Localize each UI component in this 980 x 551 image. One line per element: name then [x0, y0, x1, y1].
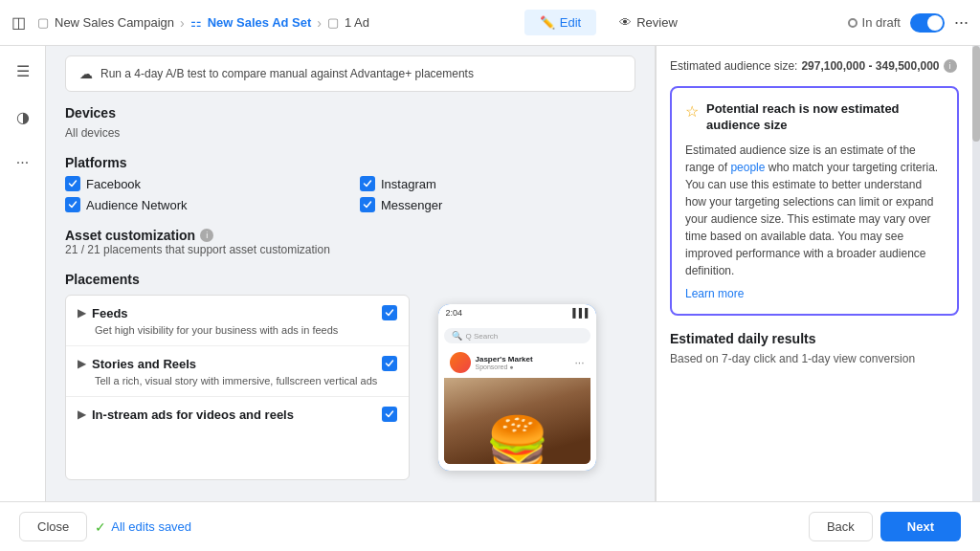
feed-image-content: 🍔: [485, 417, 549, 464]
breadcrumb-campaign-icon: ▢: [37, 15, 49, 30]
audience-network-label: Audience Network: [86, 198, 188, 212]
feeds-checkbox[interactable]: [382, 305, 397, 320]
placement-row-feeds: ▶ Feeds Get high visibility for your bus…: [66, 296, 409, 346]
bottom-bar: Close ✓ All edits saved Back Next: [0, 501, 980, 551]
placement-header-left-feeds: ▶ Feeds: [78, 306, 128, 320]
people-link[interactable]: people: [730, 161, 765, 174]
devices-label: Devices: [65, 105, 635, 121]
pr-title-text: Potential reach is now estimated audienc…: [706, 101, 944, 134]
platforms-label: Platforms: [65, 155, 635, 170]
phone-status-bar: 2:04 ▐▐▐: [438, 304, 596, 321]
stories-chevron-icon[interactable]: ▶: [78, 357, 86, 370]
feed-image: 🍔: [444, 378, 590, 464]
learn-more-link[interactable]: Learn more: [685, 287, 944, 300]
edit-icon: ✏️: [540, 15, 555, 30]
instagram-label: Instagram: [381, 177, 436, 191]
right-panel-wrapper: Estimated audience size: 297,100,000 - 3…: [655, 46, 980, 501]
right-panel-scrollbar[interactable]: [972, 46, 980, 501]
review-icon: 👁: [619, 15, 632, 30]
pr-title-row: ☆ Potential reach is now estimated audie…: [685, 101, 944, 134]
platform-grid: Facebook Instagram Audience Network: [65, 176, 635, 212]
placement-row-stories: ▶ Stories and Reels Tell a rich, visual …: [66, 346, 409, 397]
tab-edit[interactable]: ✏️ Edit: [524, 10, 596, 35]
phone-search-bar: 🔍 Q Search: [444, 328, 590, 343]
instream-name: In-stream ads for videos and reels: [92, 408, 294, 422]
breadcrumb-sep2: ›: [317, 15, 322, 31]
breadcrumb-ad-icon: ▢: [327, 15, 339, 30]
next-button[interactable]: Next: [880, 512, 961, 541]
phone-mockup: 2:04 ▐▐▐ 🔍 Q Search: [438, 304, 596, 471]
sidebar: ☰ ◑ ···: [0, 46, 46, 501]
messenger-label: Messenger: [381, 198, 442, 212]
pr-body-text2: who match your targeting criteria. You c…: [685, 161, 938, 277]
placements-section: Placements ▶ Feeds: [65, 272, 635, 480]
saved-status: ✓ All edits saved: [95, 519, 191, 535]
instream-checkbox[interactable]: [382, 407, 397, 422]
back-button[interactable]: Back: [809, 512, 873, 541]
instream-chevron-icon[interactable]: ▶: [78, 408, 86, 421]
placement-row-instream: ▶ In-stream ads for videos and reels: [66, 397, 409, 435]
phone-search-text: Q Search: [466, 332, 499, 341]
placement-header-left-stories: ▶ Stories and Reels: [78, 357, 196, 371]
status-toggle[interactable]: [910, 13, 945, 33]
bottom-right: Back Next: [809, 512, 961, 541]
feeds-chevron-icon[interactable]: ▶: [78, 306, 86, 320]
phone-feed-header: Jasper's Market Sponsored ● ···: [444, 347, 590, 378]
top-bar: ◫ ▢ New Sales Campaign › ⚏ New Sales Ad …: [0, 0, 980, 46]
feeds-desc: Get high visibility for your business wi…: [78, 324, 397, 336]
pr-body: Estimated audience size is an estimate o…: [685, 142, 944, 279]
cloud-icon: ☁: [79, 66, 93, 81]
right-panel: Estimated audience size: 297,100,000 - 3…: [656, 46, 972, 501]
more-options-button[interactable]: ···: [954, 12, 969, 33]
toggle-knob: [927, 15, 943, 31]
est-audience-info-icon[interactable]: i: [944, 59, 957, 73]
platform-audience-network[interactable]: Audience Network: [65, 197, 341, 212]
breadcrumb-campaign[interactable]: New Sales Campaign: [55, 15, 174, 30]
draft-status: In draft: [848, 15, 901, 30]
instagram-checkbox[interactable]: [360, 176, 375, 191]
sidebar-toggle-icon[interactable]: ◫: [11, 13, 26, 32]
feed-sponsored: Sponsored ●: [476, 364, 570, 370]
feeds-name: Feeds: [92, 306, 128, 320]
placement-header-stories: ▶ Stories and Reels: [78, 356, 397, 371]
est-daily-sub: Based on 7-day click and 1-day view conv…: [670, 352, 959, 365]
phone-feed-item: Jasper's Market Sponsored ● ··· 🍔: [444, 347, 590, 464]
placements-label: Placements: [65, 272, 635, 287]
platform-facebook[interactable]: Facebook: [65, 176, 341, 191]
facebook-checkbox[interactable]: [65, 176, 80, 191]
facebook-label: Facebook: [86, 177, 141, 191]
platform-instagram[interactable]: Instagram: [360, 176, 635, 191]
stories-checkbox[interactable]: [382, 356, 397, 371]
devices-value: All devices: [65, 126, 635, 140]
bottom-left: Close ✓ All edits saved: [19, 512, 191, 541]
top-bar-right: In draft ···: [848, 12, 969, 33]
audience-network-checkbox[interactable]: [65, 197, 80, 212]
platform-messenger[interactable]: Messenger: [360, 197, 635, 212]
est-audience-value: 297,100,000 - 349,500,000: [801, 59, 939, 73]
messenger-checkbox[interactable]: [360, 197, 375, 212]
breadcrumb-adset[interactable]: New Sales Ad Set: [208, 15, 312, 30]
placement-header-left-instream: ▶ In-stream ads for videos and reels: [78, 408, 294, 422]
est-audience-row: Estimated audience size: 297,100,000 - 3…: [670, 59, 959, 73]
tab-review[interactable]: 👁 Review: [604, 10, 693, 35]
placement-header-feeds: ▶ Feeds: [78, 305, 397, 320]
stories-desc: Tell a rich, visual story with immersive…: [78, 375, 397, 386]
placement-list: ▶ Feeds Get high visibility for your bus…: [65, 295, 410, 480]
sidebar-more-icon[interactable]: ···: [8, 147, 38, 178]
draft-circle-icon: [848, 18, 858, 28]
scrollbar-thumb: [972, 46, 980, 142]
phone-time: 2:04: [446, 308, 463, 318]
form-panel: ☁ Run a 4-day A/B test to compare manual…: [46, 46, 655, 501]
sidebar-contrast-icon[interactable]: ◑: [8, 101, 38, 132]
main-layout: ☰ ◑ ··· ☁ Run a 4-day A/B test to compar…: [0, 46, 980, 501]
est-daily-title: Estimated daily results: [670, 331, 959, 346]
est-audience-label: Estimated audience size:: [670, 59, 797, 73]
tab-group: ✏️ Edit 👁 Review: [377, 10, 840, 35]
ab-test-bar: ☁ Run a 4-day A/B test to compare manual…: [65, 55, 635, 92]
sidebar-menu-icon[interactable]: ☰: [8, 55, 38, 86]
devices-section: Devices All devices: [65, 105, 635, 140]
asset-info-icon[interactable]: i: [200, 229, 213, 242]
asset-label: Asset customization: [65, 228, 195, 243]
close-button[interactable]: Close: [19, 512, 87, 541]
breadcrumb-ad[interactable]: 1 Ad: [345, 15, 369, 30]
